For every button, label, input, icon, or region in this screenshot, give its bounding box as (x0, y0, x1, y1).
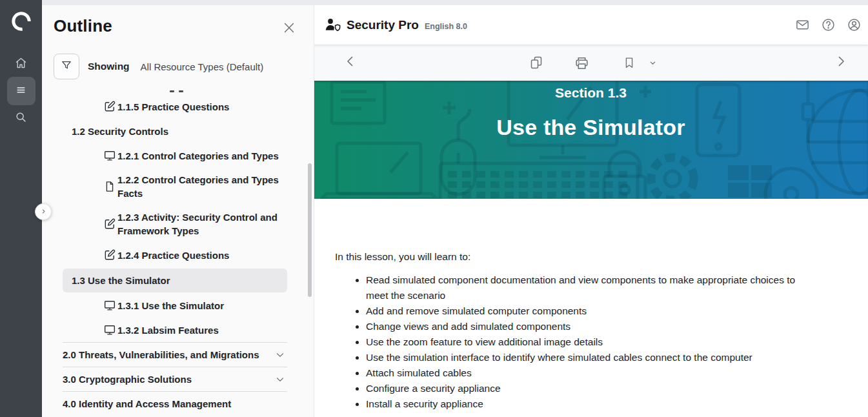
objective-item: Read simulated component documentation a… (366, 272, 818, 303)
monitor-icon (103, 323, 116, 336)
outline-item-1.1.5[interactable]: 1.1.5 Practice Questions (42, 94, 314, 119)
chevron-down-icon (274, 374, 286, 385)
document-icon (103, 180, 116, 193)
back-icon (343, 54, 358, 72)
rail-nav (0, 51, 42, 131)
outline-item-label: 1.3.1 Use the Simulator (117, 294, 224, 318)
header-icons (795, 17, 868, 32)
outline-item-1.2.3[interactable]: 1.2.3 Activity: Security Control and Fra… (42, 205, 314, 243)
filter-value: All Resource Types (Default) (141, 61, 264, 72)
panel-expand-button[interactable] (35, 203, 52, 220)
outline-item-2.0[interactable]: 2.0 Threats, Vulnerabilities, and Migrat… (63, 343, 287, 367)
outline-item-1.3[interactable]: 1.3 Use the Simulator (63, 269, 287, 292)
main-area: Security Pro English 8.0 (314, 5, 868, 417)
bookmark-caret-down-icon[interactable] (647, 57, 658, 68)
outline-item-label: 1.3 Use the Simulator (72, 275, 170, 286)
outline-item-label: 1.2.3 Activity: Security Control and Fra… (117, 205, 287, 243)
chevron-right-icon (40, 206, 47, 218)
objective-item: Use the zoom feature to view additional … (366, 334, 818, 350)
banner-lesson-title: Use the Simulator (314, 114, 868, 140)
back-button[interactable] (343, 55, 358, 70)
clipped-outline-item (42, 85, 314, 94)
help-icon[interactable] (821, 17, 836, 32)
outline-item-label: 3.0 Cryptographic Solutions (63, 374, 192, 385)
outline-menu-button[interactable] (7, 77, 35, 105)
toolbar-center-group (529, 45, 658, 81)
objective-item: Use the simulation interface to identify… (366, 350, 818, 365)
search-icon (14, 110, 28, 127)
filter-funnel-icon (60, 59, 73, 74)
home-button[interactable] (8, 51, 34, 77)
outline-item-4.0[interactable]: 4.0 Identity and Access Management (63, 392, 287, 416)
copy-button[interactable] (529, 55, 544, 70)
close-icon (282, 26, 296, 37)
banner-text: Section 1.3 Use the Simulator (314, 81, 868, 140)
outline-title: Outline (54, 16, 314, 36)
outline-item-label: 1.2 Security Controls (72, 126, 168, 137)
outline-tree: 1.1.5 Practice Questions1.2 Security Con… (42, 85, 314, 416)
filter-label: Showing (88, 61, 130, 72)
account-icon[interactable] (847, 17, 862, 32)
edit-icon (103, 249, 116, 261)
next-icon (833, 54, 849, 72)
outline-item-3.0[interactable]: 3.0 Cryptographic Solutions (63, 367, 287, 391)
user-shield-icon (324, 17, 341, 33)
course-header: Security Pro English 8.0 (314, 5, 868, 45)
mail-icon[interactable] (795, 17, 810, 32)
course-title: Security Pro (347, 18, 419, 32)
search-button[interactable] (8, 105, 34, 131)
edit-icon (103, 100, 116, 113)
objective-item: Configure a security appliance (366, 381, 818, 396)
banner-section-label: Section 1.3 (314, 85, 868, 101)
objective-item: Change views and add simulated component… (366, 319, 818, 334)
bookmark-button[interactable] (622, 56, 636, 70)
outline-item-label: 1.2.1 Control Categories and Types (117, 144, 279, 168)
filter-button[interactable] (54, 54, 79, 79)
lesson-content: In this lesson, you will learn to: Read … (314, 199, 868, 417)
lesson-intro: In this lesson, you will learn to: (335, 252, 842, 262)
lesson-toolbar (314, 45, 868, 81)
outline-item-1.2.1[interactable]: 1.2.1 Control Categories and Types (42, 143, 314, 168)
resource-filter-row: Showing All Resource Types (Default) (54, 54, 314, 79)
outline-scrollbar-thumb[interactable] (308, 163, 312, 297)
edit-icon (103, 218, 116, 230)
outline-item-label: 1.2.4 Practice Questions (117, 243, 229, 267)
monitor-icon (103, 149, 116, 162)
next-button[interactable] (833, 55, 849, 70)
menu-icon (14, 83, 28, 99)
app-logo-c-icon (10, 10, 32, 32)
outline-item-1.3.2[interactable]: 1.3.2 Labsim Features (42, 318, 314, 342)
outline-item-1.2.2[interactable]: 1.2.2 Control Categories and Types Facts (42, 168, 314, 205)
outline-item-label: 1.2.2 Control Categories and Types Facts (117, 168, 287, 205)
objective-item: Add and remove simulated computer compon… (366, 303, 818, 319)
course-subtitle: English 8.0 (425, 22, 467, 31)
section-banner: Section 1.3 Use the Simulator (314, 81, 868, 199)
outline-item-label: 4.0 Identity and Access Management (63, 398, 231, 409)
outline-panel: Outline Showing All Resource Types (Defa… (42, 5, 314, 417)
objectives-list: Read simulated component documentation a… (335, 272, 818, 412)
objective-item: Install a security appliance (366, 396, 818, 412)
outline-item-label: 1.1.5 Practice Questions (117, 95, 229, 119)
home-icon (14, 56, 28, 72)
outline-item-1.3.1[interactable]: 1.3.1 Use the Simulator (42, 293, 314, 318)
monitor-icon (103, 299, 116, 312)
outline-item-label: 1.3.2 Labsim Features (117, 318, 219, 342)
outline-item-label: 2.0 Threats, Vulnerabilities, and Migrat… (63, 349, 259, 360)
outline-close-button[interactable] (282, 21, 296, 35)
print-button[interactable] (574, 55, 590, 71)
outline-item-1.2.4[interactable]: 1.2.4 Practice Questions (42, 243, 314, 267)
chevron-down-icon (274, 349, 286, 361)
outline-item-1.2[interactable]: 1.2 Security Controls (42, 119, 314, 143)
objective-item: Attach simulated cables (366, 365, 818, 381)
